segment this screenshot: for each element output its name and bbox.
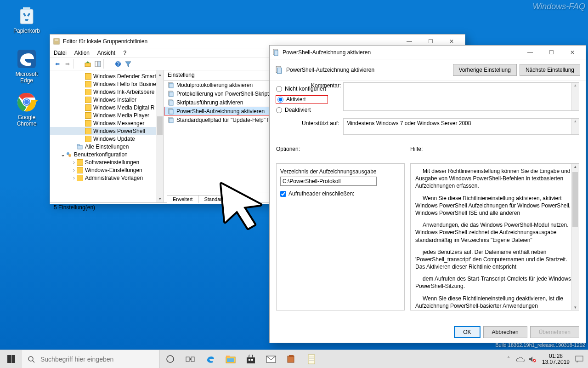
help-icon[interactable]: ? <box>113 59 123 69</box>
svg-rect-24 <box>169 109 173 114</box>
tree-item[interactable]: Windows Media Player <box>50 111 164 119</box>
svg-rect-14 <box>77 144 79 146</box>
watermark-brand: Windows-FAQ <box>532 2 585 12</box>
policy-header-label: PowerShell-Aufzeichnung aktivieren <box>286 67 450 73</box>
policy-title: PowerShell-Aufzeichnung aktivieren <box>283 49 520 56</box>
filter-icon[interactable] <box>124 59 133 69</box>
svg-rect-50 <box>308 355 315 364</box>
ok-button[interactable]: OK <box>454 326 480 338</box>
prev-setting-button[interactable]: Vorherige Einstellung <box>453 64 517 76</box>
tree-item[interactable]: Windows Defender Smart <box>50 72 164 80</box>
tree-item[interactable]: Softwareeinstellungen <box>85 159 139 166</box>
svg-rect-38 <box>186 357 189 362</box>
desktop-icon-label: Google Chrome <box>17 114 37 127</box>
svg-rect-46 <box>251 359 253 361</box>
svg-rect-6 <box>54 39 59 44</box>
search-input[interactable] <box>40 356 151 363</box>
forward-icon[interactable]: ➡ <box>63 59 72 69</box>
comment-textarea[interactable]: ▴ <box>343 82 579 111</box>
svg-rect-8 <box>85 63 90 67</box>
svg-rect-39 <box>191 357 194 362</box>
opt-header-checkbox[interactable] <box>280 191 286 197</box>
show-hide-icon[interactable] <box>93 59 102 69</box>
svg-rect-32 <box>11 355 15 359</box>
taskbar-explorer-icon[interactable] <box>220 350 241 368</box>
taskbar-notepad-icon[interactable] <box>301 350 322 368</box>
tree-item[interactable]: Windows Media Digital R <box>50 104 164 111</box>
tab-extended[interactable]: Erweitert <box>167 195 198 203</box>
policy-icon <box>272 49 280 56</box>
taskbar-store-icon[interactable] <box>241 350 261 368</box>
svg-rect-45 <box>249 359 250 361</box>
svg-rect-28 <box>274 51 278 56</box>
desktop-icon-edge[interactable]: Microsoft Edge <box>9 48 44 84</box>
svg-rect-48 <box>288 356 294 362</box>
tray-expand-icon[interactable]: ˄ <box>503 350 514 368</box>
minimize-button[interactable]: — <box>520 46 541 59</box>
help-scrollbar[interactable]: ▴▾ <box>571 164 579 310</box>
svg-rect-31 <box>7 355 11 359</box>
gpedit-icon <box>53 38 60 45</box>
svg-rect-40 <box>190 358 191 360</box>
start-button[interactable] <box>0 350 22 368</box>
tray-clock[interactable]: 01:28 13.07.2019 <box>538 353 573 365</box>
back-icon[interactable]: ⬅ <box>53 59 62 69</box>
svg-rect-30 <box>277 68 282 74</box>
svg-point-16 <box>68 154 71 157</box>
maximize-button[interactable]: ☐ <box>541 46 562 59</box>
radio-activated[interactable]: Aktiviert <box>276 96 328 103</box>
svg-rect-18 <box>169 83 173 88</box>
tree-item[interactable]: Windows Ink-Arbeitsbere <box>50 88 164 96</box>
tree-userconfig[interactable]: Benutzerkonfiguration <box>74 151 128 158</box>
svg-rect-57 <box>576 356 583 361</box>
tree-item[interactable]: Windows-Einstellungen <box>85 167 142 173</box>
desktop-icon-label: Papierkorb <box>13 28 40 34</box>
tree-item[interactable]: Administrative Vorlagen <box>85 175 143 181</box>
tray-notifications-icon[interactable] <box>573 350 585 368</box>
policy-window: PowerShell-Aufzeichnung aktivieren — ☐ ✕… <box>269 45 586 343</box>
svg-point-35 <box>28 356 33 361</box>
search-box[interactable] <box>22 350 160 368</box>
taskbar: ˄ 01:28 13.07.2019 <box>0 350 588 368</box>
tree-item[interactable]: Windows PowerShell <box>50 127 164 135</box>
options-label: Optionen: <box>276 146 405 152</box>
close-button[interactable]: ✕ <box>562 46 583 59</box>
gpedit-title: Editor für lokale Gruppenrichtlinien <box>63 38 399 45</box>
supported-box: Mindestens Windows 7 oder Windows Server… <box>343 118 579 135</box>
policy-titlebar[interactable]: PowerShell-Aufzeichnung aktivieren — ☐ ✕ <box>270 46 586 59</box>
cortana-icon[interactable] <box>160 350 180 368</box>
tray-volume-icon[interactable] <box>526 350 538 368</box>
menu-file[interactable]: Datei <box>54 50 67 56</box>
svg-rect-0 <box>20 9 33 24</box>
tree-item[interactable]: Windows Messenger <box>50 119 164 127</box>
taskbar-edge-icon[interactable] <box>200 350 220 368</box>
tree-item[interactable]: Windows Installer <box>50 96 164 104</box>
menu-action[interactable]: Aktion <box>74 50 90 56</box>
tab-standard[interactable]: Standard <box>198 195 231 203</box>
apply-button[interactable]: Übernehmen <box>530 326 579 338</box>
radio-deactivated[interactable]: Deaktiviert <box>276 107 328 113</box>
taskbar-snip-icon[interactable] <box>281 350 301 368</box>
tray-onedrive-icon[interactable] <box>514 350 526 368</box>
menu-help[interactable]: ? <box>123 50 126 56</box>
supported-label: Unterstützt auf: <box>302 120 339 126</box>
opt-dir-input[interactable] <box>280 177 377 186</box>
svg-rect-49 <box>289 355 294 357</box>
next-setting-button[interactable]: Nächste Einstellung <box>520 64 580 76</box>
taskbar-mail-icon[interactable] <box>261 350 281 368</box>
tree-item[interactable]: Windows Update <box>50 135 164 143</box>
help-label: Hilfe: <box>410 146 579 152</box>
tree-item[interactable]: Alle Einstellungen <box>50 143 164 150</box>
svg-rect-43 <box>227 358 234 362</box>
gpedit-tree[interactable]: Windows Defender SmartWindows Hello for … <box>50 70 164 202</box>
tree-item[interactable]: Windows Hello for Busine <box>50 80 164 88</box>
desktop-icon-recycle[interactable]: Papierkorb <box>9 5 44 34</box>
menu-view[interactable]: Ansicht <box>97 50 115 56</box>
svg-rect-34 <box>11 359 15 363</box>
cancel-button[interactable]: Abbrechen <box>483 326 527 338</box>
desktop-icon-chrome[interactable]: Google Chrome <box>9 91 44 127</box>
tree-scrollbar[interactable]: ▴▾ <box>156 70 164 202</box>
search-icon <box>22 356 40 363</box>
taskview-icon[interactable] <box>180 350 200 368</box>
up-icon[interactable] <box>83 59 92 69</box>
